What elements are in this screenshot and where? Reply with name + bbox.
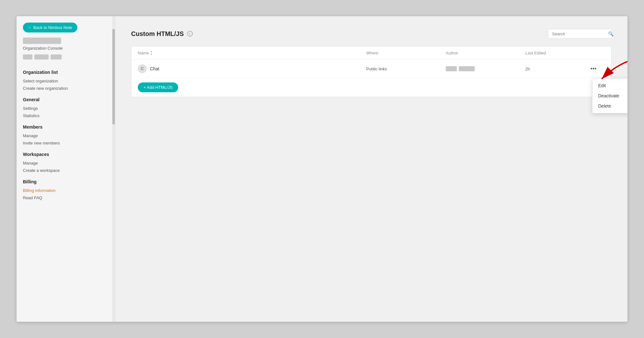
more-options-button[interactable]: ••• bbox=[589, 64, 598, 73]
page-title-area: Custom HTML/JS i bbox=[131, 30, 193, 38]
main-header: Custom HTML/JS i 🔍 bbox=[131, 29, 612, 39]
sidebar-scrollbar-track[interactable] bbox=[112, 16, 115, 322]
section-title-org: Organization list bbox=[23, 70, 108, 75]
sidebar-scroll: ← Back to Nimbus Note Organization Conso… bbox=[17, 16, 115, 322]
item-icon: C bbox=[138, 64, 147, 73]
section-title-general: General bbox=[23, 97, 108, 102]
sidebar-link-select-org[interactable]: Select organization bbox=[23, 77, 108, 85]
user-avatar-row bbox=[17, 54, 115, 65]
col-header-actions bbox=[589, 50, 605, 56]
sort-down-arrow: ▼ bbox=[150, 53, 153, 56]
sidebar-link-settings[interactable]: Settings bbox=[23, 105, 108, 112]
sidebar-link-create-org[interactable]: Create new organization bbox=[23, 85, 108, 92]
sidebar-section-org: Organization list Select organization Cr… bbox=[17, 70, 115, 92]
search-input[interactable] bbox=[552, 32, 606, 36]
name-cell: C Chat bbox=[138, 64, 366, 73]
col-header-author: Author bbox=[446, 50, 525, 56]
sidebar-link-faq[interactable]: Read FAQ bbox=[23, 194, 108, 201]
sidebar-section-members: Members Manage Invite new members bbox=[17, 124, 115, 147]
org-avatar-area: Organization Console bbox=[17, 38, 115, 54]
sidebar-section-workspaces: Workspaces Manage Create a workspace bbox=[17, 152, 115, 174]
sidebar: ← Back to Nimbus Note Organization Conso… bbox=[17, 16, 115, 322]
table-row: C Chat Public links 2h ••• Edit Deactiva… bbox=[131, 60, 611, 78]
app-window: ← Back to Nimbus Note Organization Conso… bbox=[17, 16, 627, 322]
sidebar-section-general: General Settings Statistics bbox=[17, 97, 115, 119]
html-js-table: Name ▲ ▼ Where Author Last Edited C Chat… bbox=[131, 46, 612, 97]
last-edited-cell: 2h bbox=[525, 67, 589, 71]
author-avatar-1 bbox=[446, 66, 457, 71]
sidebar-link-manage-workspaces[interactable]: Manage bbox=[23, 159, 108, 167]
search-icon: 🔍 bbox=[608, 31, 613, 36]
info-icon[interactable]: i bbox=[187, 31, 193, 37]
main-content: Custom HTML/JS i 🔍 Name ▲ ▼ Where Auth bbox=[115, 16, 627, 322]
context-menu: Edit Deactivate Delete bbox=[592, 78, 627, 113]
author-cell bbox=[446, 66, 525, 71]
org-console-label: Organization Console bbox=[23, 46, 108, 51]
table-header: Name ▲ ▼ Where Author Last Edited bbox=[131, 46, 611, 60]
col-header-name: Name ▲ ▼ bbox=[138, 50, 366, 56]
page-title: Custom HTML/JS bbox=[131, 30, 184, 38]
where-cell: Public links bbox=[366, 67, 446, 71]
sort-arrows-name[interactable]: ▲ ▼ bbox=[150, 50, 153, 56]
avatar-block-2 bbox=[34, 54, 49, 60]
col-header-where: Where bbox=[366, 50, 446, 56]
sidebar-link-invite-members[interactable]: Invite new members bbox=[23, 139, 108, 147]
section-title-workspaces: Workspaces bbox=[23, 152, 108, 157]
author-name bbox=[459, 66, 475, 71]
sidebar-link-billing-info[interactable]: Billing information bbox=[23, 187, 108, 194]
add-html-js-button[interactable]: + Add HTML/JS bbox=[138, 82, 178, 92]
sidebar-section-billing: Billing Billing information Read FAQ bbox=[17, 179, 115, 201]
section-title-members: Members bbox=[23, 124, 108, 130]
context-menu-delete[interactable]: Delete bbox=[592, 101, 627, 111]
context-menu-edit[interactable]: Edit bbox=[592, 81, 627, 91]
sidebar-link-create-workspace[interactable]: Create a workspace bbox=[23, 167, 108, 174]
org-logo-placeholder bbox=[23, 38, 61, 44]
context-menu-deactivate[interactable]: Deactivate bbox=[592, 91, 627, 101]
sidebar-scrollbar-thumb[interactable] bbox=[112, 29, 115, 124]
search-box: 🔍 bbox=[548, 29, 612, 39]
avatar-block-1 bbox=[23, 54, 32, 60]
sort-up-arrow: ▲ bbox=[150, 50, 153, 53]
col-header-last-edited: Last Edited bbox=[525, 50, 589, 56]
sidebar-link-statistics[interactable]: Statistics bbox=[23, 112, 108, 119]
avatar-block-3 bbox=[51, 54, 62, 60]
section-title-billing: Billing bbox=[23, 179, 108, 184]
item-name: Chat bbox=[150, 66, 159, 71]
add-row: + Add HTML/JS bbox=[131, 78, 611, 97]
back-to-nimbus-button[interactable]: ← Back to Nimbus Note bbox=[23, 23, 77, 32]
sidebar-link-manage-members[interactable]: Manage bbox=[23, 132, 108, 139]
